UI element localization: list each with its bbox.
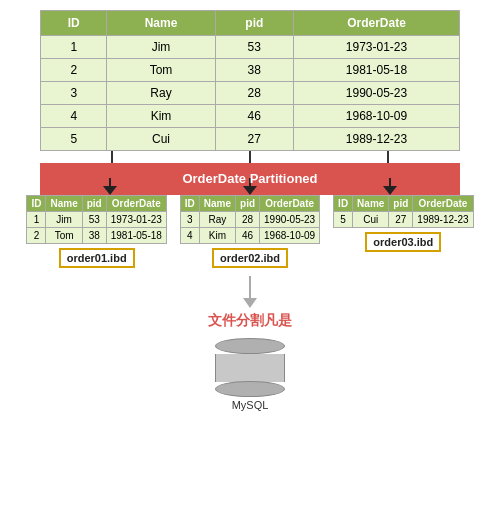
banner-line2: Partitioned (250, 171, 318, 187)
sub-col-name: Name (353, 196, 389, 212)
col-name: Name (107, 11, 215, 36)
cell-orderdate: 1968-10-09 (294, 105, 460, 128)
sub-cell-orderdate: 1968-10-09 (260, 228, 320, 244)
cell-orderdate: 1973-01-23 (294, 36, 460, 59)
cell-id: 4 (41, 105, 107, 128)
sub-cell-id: 2 (27, 228, 46, 244)
sub-cell-name: Jim (46, 212, 82, 228)
sub-table-row: 4Kim461968-10-09 (180, 228, 319, 244)
cell-name: Ray (107, 82, 215, 105)
cell-pid: 28 (215, 82, 294, 105)
table-row: 1Jim531973-01-23 (41, 36, 460, 59)
sub-cell-pid: 53 (82, 212, 106, 228)
center-arrow (243, 276, 257, 308)
cylinder-body (215, 354, 285, 382)
arrow-head-right (383, 186, 397, 195)
sub-cell-name: Cui (353, 212, 389, 228)
mysql-label: MySQL (232, 399, 269, 411)
sub-table-1: IDNamepidOrderDate1Jim531973-01-232Tom38… (26, 195, 166, 244)
sub-table-2: IDNamepidOrderDate3Ray281990-05-234Kim46… (180, 195, 320, 244)
cylinder-bottom (215, 381, 285, 397)
ibd-label-1: order01.ibd (59, 248, 135, 268)
sub-col-id: ID (334, 196, 353, 212)
sub-col-name: Name (199, 196, 235, 212)
cell-id: 1 (41, 36, 107, 59)
sub-table-container-3: IDNamepidOrderDate5Cui271989-12-23order0… (333, 195, 473, 268)
table-row: 4Kim461968-10-09 (41, 105, 460, 128)
cell-pid: 46 (215, 105, 294, 128)
sub-col-id: ID (180, 196, 199, 212)
cell-id: 3 (41, 82, 107, 105)
chinese-label: 文件分割凡是 (208, 312, 292, 330)
sub-table-row: 1Jim531973-01-23 (27, 212, 166, 228)
sub-table-3: IDNamepidOrderDate5Cui271989-12-23 (333, 195, 473, 228)
sub-col-name: Name (46, 196, 82, 212)
table-row: 3Ray281990-05-23 (41, 82, 460, 105)
arrow-line-right (389, 178, 391, 186)
sub-cell-orderdate: 1981-05-18 (106, 228, 166, 244)
sub-col-orderdate: OrderDate (413, 196, 473, 212)
center-arrow-head (243, 298, 257, 308)
cell-name: Tom (107, 59, 215, 82)
col-id: ID (41, 11, 107, 36)
cell-orderdate: 1990-05-23 (294, 82, 460, 105)
sub-table-row: 3Ray281990-05-23 (180, 212, 319, 228)
sub-table-row: 2Tom381981-05-18 (27, 228, 166, 244)
arrow-right (383, 178, 397, 195)
main-table-wrapper: ID Name pid OrderDate 1Jim531973-01-232T… (0, 0, 500, 151)
cell-id: 5 (41, 128, 107, 151)
arrow-center (243, 178, 257, 195)
arrow-head-center (243, 186, 257, 195)
arrow-line-left (109, 178, 111, 186)
cell-pid: 38 (215, 59, 294, 82)
arrow-line-center (249, 178, 251, 186)
connector-center (249, 151, 251, 163)
sub-cell-orderdate: 1990-05-23 (260, 212, 320, 228)
col-pid: pid (215, 11, 294, 36)
sub-col-pid: pid (236, 196, 260, 212)
sub-cell-id: 3 (180, 212, 199, 228)
bottom-section: 文件分割凡是 MySQL (0, 276, 500, 411)
sub-cell-name: Tom (46, 228, 82, 244)
partition-banner: OrderDate Partitioned (40, 163, 460, 195)
sub-cell-pid: 27 (389, 212, 413, 228)
arrow-head-left (103, 186, 117, 195)
sub-col-pid: pid (389, 196, 413, 212)
col-orderdate: OrderDate (294, 11, 460, 36)
sub-col-orderdate: OrderDate (260, 196, 320, 212)
sub-cell-name: Ray (199, 212, 235, 228)
cell-name: Cui (107, 128, 215, 151)
cell-pid: 27 (215, 128, 294, 151)
sub-cell-id: 5 (334, 212, 353, 228)
sub-cell-name: Kim (199, 228, 235, 244)
connector-left (111, 151, 113, 163)
cell-name: Jim (107, 36, 215, 59)
connector-right (387, 151, 389, 163)
sub-col-orderdate: OrderDate (106, 196, 166, 212)
sub-cell-pid: 46 (236, 228, 260, 244)
cell-pid: 53 (215, 36, 294, 59)
center-arrow-line (249, 276, 251, 298)
cell-id: 2 (41, 59, 107, 82)
table-row: 5Cui271989-12-23 (41, 128, 460, 151)
sub-tables-row: IDNamepidOrderDate1Jim531973-01-232Tom38… (0, 195, 500, 268)
sub-cell-orderdate: 1989-12-23 (413, 212, 473, 228)
cylinder-top (215, 338, 285, 354)
ibd-label-3: order03.ibd (365, 232, 441, 252)
sub-table-container-1: IDNamepidOrderDate1Jim531973-01-232Tom38… (26, 195, 166, 268)
sub-col-pid: pid (82, 196, 106, 212)
sub-col-id: ID (27, 196, 46, 212)
table-row: 2Tom381981-05-18 (41, 59, 460, 82)
mysql-cylinder: MySQL (215, 338, 285, 411)
sub-cell-pid: 38 (82, 228, 106, 244)
connector-area (40, 151, 460, 163)
sub-cell-id: 1 (27, 212, 46, 228)
cell-orderdate: 1981-05-18 (294, 59, 460, 82)
sub-cell-id: 4 (180, 228, 199, 244)
sub-table-row: 5Cui271989-12-23 (334, 212, 473, 228)
arrow-left (103, 178, 117, 195)
banner-line1: OrderDate (182, 171, 246, 187)
sub-cell-orderdate: 1973-01-23 (106, 212, 166, 228)
cell-name: Kim (107, 105, 215, 128)
sub-cell-pid: 28 (236, 212, 260, 228)
